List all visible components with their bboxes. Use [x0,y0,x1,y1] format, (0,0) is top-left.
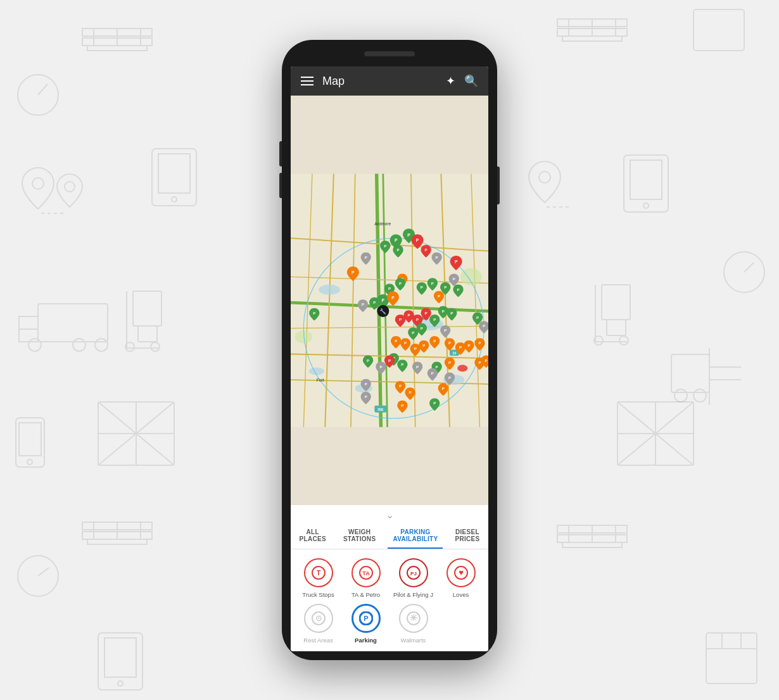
svg-point-13 [18,75,58,115]
svg-text:✳: ✳ [410,613,417,623]
svg-text:P: P [352,270,355,275]
tab-parking-availability[interactable]: PARKINGAVAILABILITY [388,526,443,549]
tab-all-places-label: ALLPLACES [300,528,326,542]
svg-rect-52 [104,638,136,677]
svg-text:P: P [391,296,395,300]
svg-text:P: P [433,401,436,405]
svg-text:P: P [412,330,414,335]
svg-point-75 [694,389,706,402]
svg-text:P: P [422,343,425,347]
svg-text:P: P [453,277,455,281]
svg-text:P: P [313,311,315,315]
loves-icon: ♥ [446,558,476,587]
svg-rect-1 [82,28,152,36]
svg-line-50 [38,568,49,576]
svg-text:P: P [414,346,417,351]
phone-speaker [364,51,415,56]
svg-line-63 [744,263,754,272]
tab-diesel-prices[interactable]: DIESELPRICES [450,526,484,549]
svg-text:P: P [416,317,419,322]
power-button [497,166,500,204]
svg-text:T: T [316,569,320,577]
volume-up-button [279,141,282,166]
svg-text:⊙: ⊙ [315,614,322,623]
filter-tabs: ALLPLACES WEIGHSTATIONS PARKINGAVAILABIL… [291,522,488,549]
svg-rect-15 [152,149,196,206]
pilot-flying-j-icon: PJ [399,558,428,587]
svg-point-69 [619,336,628,345]
svg-text:P: P [433,317,436,322]
svg-text:P: P [442,309,445,313]
place-item-parking[interactable]: P Parking [343,604,388,644]
pilot-flying-j-label: Pilot & Flying J [393,591,433,598]
svg-text:P: P [399,317,402,322]
ta-petro-icon: TA [352,558,381,587]
svg-text:P: P [455,259,458,264]
svg-text:P: P [444,285,446,289]
svg-rect-29 [133,291,162,326]
svg-text:PJ: PJ [410,571,417,577]
svg-rect-87 [706,633,757,684]
svg-rect-38 [98,402,174,465]
pull-tab[interactable]: ⌄ [291,505,488,522]
svg-point-19 [65,182,75,192]
svg-text:P: P [421,326,423,330]
svg-point-37 [27,459,32,465]
svg-text:P: P [404,341,407,345]
svg-text:P: P [401,403,403,408]
rest-areas-label: Rest Areas [303,637,332,644]
place-item-pilot-flying-j[interactable]: PJ Pilot & Flying J [391,558,436,598]
bottom-panel: ⌄ ALLPLACES WEIGHSTATIONS PARKINGAVAILAB… [291,505,488,651]
svg-text:P: P [365,394,367,399]
chevron-down-icon: ⌄ [386,509,394,521]
place-item-walmarts[interactable]: ✳ Walmarts [391,604,436,644]
location-pin-icon[interactable]: ✦ [446,74,455,88]
tab-weigh-stations[interactable]: WEIGHSTATIONS [338,526,381,549]
svg-text:P: P [425,247,428,252]
svg-text:P: P [436,255,438,259]
svg-point-26 [73,339,86,351]
place-item-truck-stops[interactable]: T Truck Stops [296,558,341,598]
svg-rect-43 [82,532,152,539]
svg-rect-59 [624,155,668,212]
svg-text:P: P [459,345,462,349]
place-item-rest-areas[interactable]: ⊙ Rest Areas [296,604,341,644]
place-item-loves[interactable]: ♥ Loves [438,558,483,598]
search-icon[interactable]: 🔍 [464,74,478,88]
svg-point-34 [151,342,160,351]
svg-line-39 [98,402,174,465]
svg-text:P: P [399,281,402,285]
svg-rect-35 [16,418,44,467]
svg-point-27 [95,339,108,351]
svg-text:P: P [457,287,459,292]
svg-point-92 [319,285,340,295]
svg-rect-82 [557,525,627,533]
loves-label: Loves [453,591,469,598]
tab-parking-availability-label: PARKINGAVAILABILITY [393,528,438,542]
place-item-ta-petro[interactable]: TA TA & Petro [343,558,388,598]
svg-point-74 [674,389,687,402]
svg-text:P: P [416,365,419,369]
svg-rect-86 [562,542,622,547]
svg-line-77 [618,402,694,465]
svg-text:P: P [431,281,434,285]
truck-stops-label: Truck Stops [302,591,334,598]
hamburger-icon[interactable] [301,77,314,85]
svg-rect-24 [38,304,108,342]
svg-text:35E: 35E [377,408,384,411]
svg-text:P: P [379,365,382,369]
truck-stops-icon: T [304,558,333,587]
svg-text:P: P [421,285,423,289]
svg-point-17 [172,197,177,202]
tab-all-places[interactable]: ALLPLACES [294,526,331,549]
svg-line-78 [618,402,694,465]
map-area[interactable]: Ardmore Plano Fort 35E 20 P P P P P P P [291,96,488,505]
svg-text:P: P [467,343,470,347]
parking-icon: P [352,604,381,633]
svg-line-40 [98,402,174,465]
svg-text:20: 20 [453,352,457,355]
svg-point-62 [724,252,764,292]
svg-text:P: P [483,323,485,328]
svg-rect-81 [557,535,627,542]
svg-text:P: P [448,360,451,365]
